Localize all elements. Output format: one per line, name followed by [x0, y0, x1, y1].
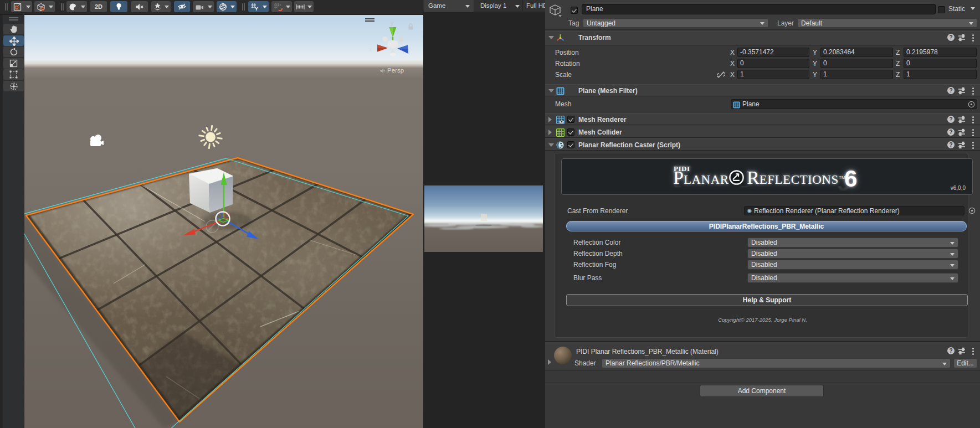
- svg-text:x: x: [369, 47, 372, 53]
- svg-text:y: y: [391, 19, 394, 26]
- svg-text:z: z: [408, 49, 411, 55]
- svg-text:Y: Y: [255, 6, 258, 11]
